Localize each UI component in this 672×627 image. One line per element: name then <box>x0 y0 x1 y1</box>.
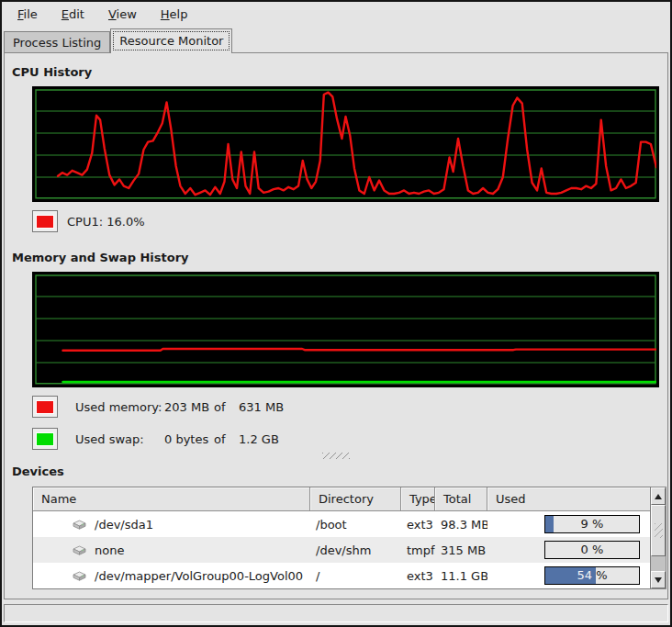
cpu-history-graph <box>32 86 659 202</box>
usage-percent-label: 9 % <box>545 516 639 532</box>
status-bar <box>4 604 668 622</box>
usage-percent-label: 0 % <box>545 542 639 558</box>
disk-icon <box>72 570 87 582</box>
usage-progress-bar: 0 % 0 % <box>544 541 640 559</box>
device-total: 11.1 GB <box>435 563 487 588</box>
usage-progress-fill: 54 % <box>545 567 596 584</box>
menu-help[interactable]: Help <box>149 4 200 26</box>
scrollbar-trough[interactable] <box>651 556 666 571</box>
column-header-name[interactable]: Name <box>33 487 310 511</box>
cpu1-color <box>36 215 54 229</box>
tab-bar: Process Listing Resource Monitor <box>2 28 670 52</box>
memory-swap-graph <box>32 272 659 387</box>
table-row[interactable]: none /dev/shm tmpfs 315 MB 0 % 0 % <box>33 537 650 563</box>
tab-process-listing[interactable]: Process Listing <box>4 31 110 52</box>
device-directory: / <box>310 563 401 588</box>
scrollbar-grip-icon <box>655 523 663 538</box>
device-total: 315 MB <box>435 537 487 563</box>
device-name: /dev/sda1 <box>95 518 153 532</box>
used-memory-total: 631 MB <box>239 400 284 414</box>
usage-progress-fill: 9 % <box>545 516 554 532</box>
device-type: ext3 <box>401 563 435 588</box>
scrollbar-thumb[interactable] <box>651 505 666 556</box>
disk-icon <box>72 519 87 531</box>
cpu-legend: CPU1: 16.0% <box>32 210 667 232</box>
tab-resource-monitor[interactable]: Resource Monitor <box>110 28 232 53</box>
used-swap-label: Used swap: <box>75 432 164 446</box>
used-swap-of: of <box>214 432 239 446</box>
cpu1-usage-label: CPU1: 16.0% <box>67 215 145 229</box>
column-header-directory[interactable]: Directory <box>310 487 401 511</box>
menu-file[interactable]: File <box>6 4 50 26</box>
device-directory: /boot <box>310 511 401 537</box>
used-swap-color <box>36 432 54 446</box>
column-header-used[interactable]: Used <box>487 487 650 511</box>
arrow-down-icon <box>655 577 662 583</box>
devices-table: Name Directory Type Total Used / <box>32 487 666 589</box>
menubar: File Edit View Help <box>2 2 670 28</box>
device-directory: /dev/shm <box>310 537 401 563</box>
table-row[interactable]: /dev/sda1 /boot ext3 98.3 MB 9 % 9 % <box>33 511 650 537</box>
table-row[interactable]: /dev/mapper/VolGroup00-LogVol00 / ext3 1… <box>33 563 650 588</box>
memory-swap-title: Memory and Swap History <box>12 251 667 264</box>
pane-resize-grip[interactable] <box>322 453 350 459</box>
used-memory-of: of <box>214 400 239 414</box>
used-memory-label: Used memory: <box>75 400 164 414</box>
scroll-down-button[interactable] <box>651 571 666 588</box>
used-memory-value: 203 MB <box>164 400 214 414</box>
disk-icon <box>72 544 87 556</box>
devices-title: Devices <box>12 465 667 478</box>
used-memory-color-swatch[interactable] <box>32 396 58 418</box>
device-type: tmpfs <box>401 537 435 563</box>
used-memory-color <box>36 400 54 414</box>
usage-progress-bar: 9 % 9 % <box>544 515 640 533</box>
device-name: none <box>95 543 124 557</box>
device-name: /dev/mapper/VolGroup00-LogVol00 <box>95 569 303 583</box>
column-header-type[interactable]: Type <box>401 487 435 511</box>
system-monitor-window: File Edit View Help Process Listing Reso… <box>0 0 672 627</box>
used-swap-color-swatch[interactable] <box>32 428 58 450</box>
menu-view[interactable]: View <box>96 4 149 26</box>
cpu-history-title: CPU History <box>12 65 667 79</box>
arrow-up-icon <box>655 494 662 499</box>
resource-monitor-page: CPU History CPU1: 16.0% Memory and Swap … <box>4 52 668 599</box>
usage-progress-bar: 54 % 54 % <box>544 566 640 585</box>
menu-edit[interactable]: Edit <box>50 4 96 26</box>
column-header-total[interactable]: Total <box>435 487 487 511</box>
table-scrollbar[interactable] <box>651 487 666 589</box>
device-total: 98.3 MB <box>435 511 487 537</box>
used-swap-legend: Used swap: 0 bytes of 1.2 GB <box>32 428 667 450</box>
devices-table-header: Name Directory Type Total Used <box>33 487 650 511</box>
scroll-up-button[interactable] <box>651 487 666 505</box>
used-swap-value: 0 bytes <box>164 432 214 446</box>
devices-table-grid: Name Directory Type Total Used / <box>32 487 651 589</box>
device-type: ext3 <box>401 511 435 537</box>
used-memory-legend: Used memory: 203 MB of 631 MB <box>32 396 667 418</box>
used-swap-total: 1.2 GB <box>239 432 279 446</box>
cpu1-color-swatch[interactable] <box>32 210 58 232</box>
